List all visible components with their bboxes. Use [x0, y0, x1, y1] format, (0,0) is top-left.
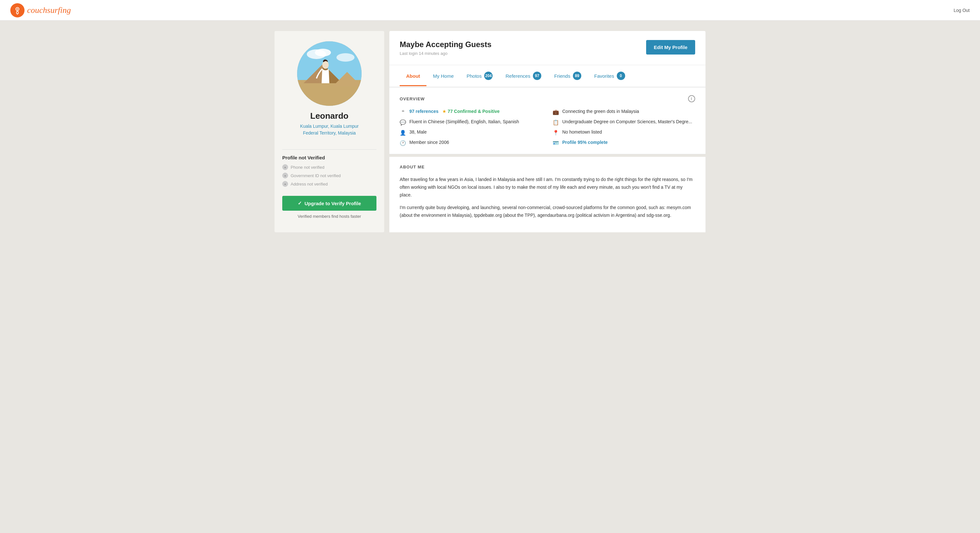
profile-header-card: Maybe Accepting Guests Last login 14 min…: [389, 31, 705, 65]
main-container: Leonardo Kuala Lumpur, Kuala Lumpur Fede…: [264, 31, 716, 232]
content-area: Maybe Accepting Guests Last login 14 min…: [389, 31, 705, 232]
education-text: Undergraduate Degree on Computer Science…: [562, 119, 692, 124]
confirmed-positive: 77 Confirmed & Positive: [448, 109, 500, 114]
tab-favorites[interactable]: Favorites 0: [588, 65, 632, 88]
tab-my-home[interactable]: My Home: [426, 67, 460, 86]
address-verification-label: Address not verified: [291, 181, 328, 186]
star-icon: ★: [442, 109, 447, 114]
tabs-bar: About My Home Photos 204 References 97 F…: [389, 65, 705, 88]
upgrade-button-label: Upgrade to Verify Profile: [304, 200, 361, 206]
clock-icon: 🕐: [400, 140, 406, 146]
svg-point-1: [17, 8, 18, 10]
member-since-item: 🕐 Member since 2006: [400, 140, 542, 146]
about-me-title: ABOUT ME: [400, 165, 695, 169]
address-verification: ● Address not verified: [282, 181, 377, 187]
tab-friends[interactable]: Friends 89: [548, 65, 588, 88]
about-me-card: ABOUT ME After traveling for a few years…: [389, 157, 705, 232]
location-icon: 📍: [552, 130, 559, 136]
overview-right: 💼 Connecting the green dots in Malaysia …: [552, 109, 695, 146]
tab-about-label: About: [406, 73, 420, 79]
language-text: Fluent in Chinese (Simplified), English,…: [409, 119, 519, 124]
tab-friends-label: Friends: [554, 73, 570, 79]
education-item: 📋 Undergraduate Degree on Computer Scien…: [552, 119, 695, 126]
references-count[interactable]: 97 references: [409, 109, 438, 114]
tab-references[interactable]: References 97: [499, 65, 548, 88]
profile-complete-link[interactable]: Profile 95% complete: [562, 140, 608, 145]
age-gender-text: 38, Male: [409, 129, 427, 135]
speech-icon: 💬: [400, 119, 406, 126]
sidebar-divider: [282, 150, 377, 150]
overview-title-text: OVERVIEW: [400, 97, 425, 101]
tab-photos[interactable]: Photos 204: [460, 65, 500, 88]
svg-point-4: [315, 49, 331, 56]
phone-verification: ● Phone not verified: [282, 164, 377, 170]
tab-friends-badge: 89: [573, 72, 581, 80]
overview-grid: ❝ 97 references ★ 77 Confirmed & Positiv…: [400, 109, 695, 146]
age-gender-item: 👤 38, Male: [400, 129, 542, 136]
user-name: Leonardo: [310, 111, 348, 121]
govid-verification-label: Government ID not verified: [291, 173, 340, 178]
overview-card: OVERVIEW i ❝ 97 references ★ 77 Confirme…: [389, 88, 705, 154]
profile-icon: 🪪: [552, 140, 559, 146]
svg-point-5: [336, 53, 355, 62]
tab-photos-label: Photos: [467, 73, 482, 79]
checkmark-icon: ✓: [298, 200, 302, 206]
logo-text: couchsurfing: [27, 5, 71, 15]
upgrade-verify-button[interactable]: ✓ Upgrade to Verify Profile: [282, 196, 377, 211]
logout-link[interactable]: Log Out: [953, 8, 970, 13]
member-since-text: Member since 2006: [409, 140, 449, 145]
avatar: [297, 41, 362, 106]
logo-icon: [10, 3, 24, 18]
about-me-paragraph2: I'm currently quite busy developing, and…: [400, 204, 695, 220]
overview-left: ❝ 97 references ★ 77 Confirmed & Positiv…: [400, 109, 542, 146]
tagline-text: Connecting the green dots in Malaysia: [562, 109, 639, 114]
tagline-item: 💼 Connecting the green dots in Malaysia: [552, 109, 695, 115]
overview-info-icon[interactable]: i: [688, 95, 695, 102]
logo: couchsurfing: [10, 3, 71, 18]
accepting-status: Maybe Accepting Guests: [400, 40, 492, 49]
govid-verification: ● Government ID not verified: [282, 173, 377, 178]
about-me-paragraph1: After traveling for a few years in Asia,…: [400, 176, 695, 199]
sidebar: Leonardo Kuala Lumpur, Kuala Lumpur Fede…: [275, 31, 384, 232]
tab-favorites-badge: 0: [617, 72, 625, 80]
about-me-title-text: ABOUT ME: [400, 165, 425, 169]
verify-note: Verified members find hosts faster: [298, 214, 361, 219]
header: couchsurfing Log Out: [0, 0, 980, 21]
hometown-text: No hometown listed: [562, 129, 602, 135]
govid-unverified-icon: ●: [282, 173, 288, 178]
references-item: ❝ 97 references ★ 77 Confirmed & Positiv…: [400, 109, 542, 115]
tab-favorites-label: Favorites: [594, 73, 614, 79]
tab-references-label: References: [506, 73, 530, 79]
overview-section-title: OVERVIEW i: [400, 95, 695, 102]
profile-status-area: Maybe Accepting Guests Last login 14 min…: [400, 40, 492, 56]
person-icon: 👤: [400, 130, 406, 136]
language-item: 💬 Fluent in Chinese (Simplified), Englis…: [400, 119, 542, 126]
svg-point-10: [322, 61, 329, 69]
user-location: Kuala Lumpur, Kuala Lumpur Federal Terri…: [300, 123, 358, 137]
last-login: Last login 14 minutes ago: [400, 51, 492, 56]
tab-photos-badge: 204: [484, 72, 493, 80]
phone-verification-label: Phone not verified: [291, 165, 325, 170]
tab-my-home-label: My Home: [433, 73, 453, 79]
education-icon: 📋: [552, 119, 559, 126]
verification-title: Profile not Verified: [282, 155, 325, 160]
quote-icon: ❝: [400, 109, 406, 115]
phone-unverified-icon: ●: [282, 164, 288, 170]
hometown-item: 📍 No hometown listed: [552, 129, 695, 136]
tab-references-badge: 97: [533, 72, 541, 80]
profile-complete-item: 🪪 Profile 95% complete: [552, 140, 695, 146]
address-unverified-icon: ●: [282, 181, 288, 187]
edit-profile-button[interactable]: Edit My Profile: [646, 40, 695, 54]
tab-about[interactable]: About: [400, 67, 426, 86]
briefcase-icon: 💼: [552, 109, 559, 115]
